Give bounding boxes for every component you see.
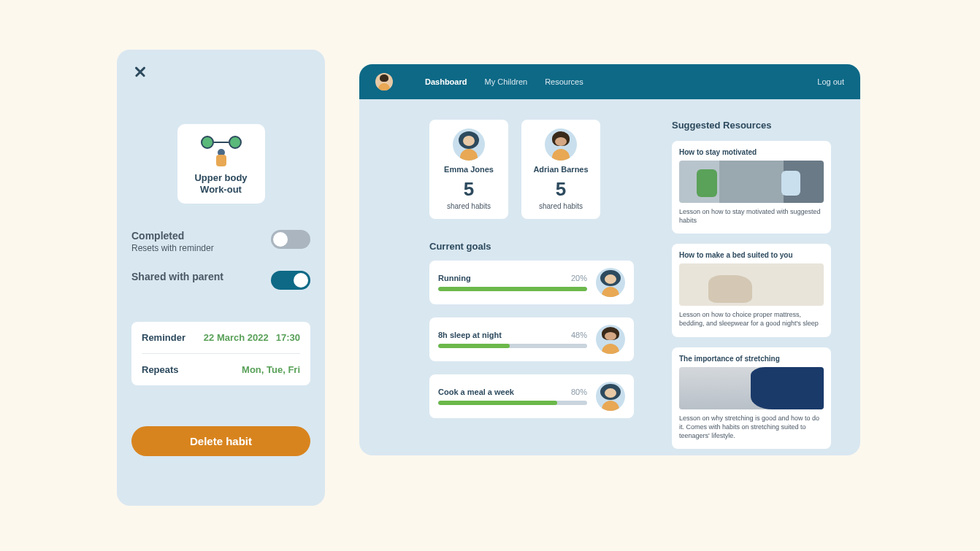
goal-sleep[interactable]: 8h sleep at night 48% xyxy=(429,317,634,361)
child-card-emma[interactable]: Emma Jones 5 shared habits xyxy=(429,120,508,219)
completed-sub: Resets with reminder xyxy=(131,243,214,253)
shared-toggle[interactable] xyxy=(271,271,310,290)
resource-motivated[interactable]: How to stay motivated Lesson on how to s… xyxy=(672,141,831,234)
reminder-date: 22 March 2022 xyxy=(204,332,269,343)
nav-resources[interactable]: Resources xyxy=(545,77,583,86)
nav-dashboard[interactable]: Dashboard xyxy=(425,77,467,86)
resources-title: Suggested Resources xyxy=(672,120,831,131)
topbar: Dashboard My Children Resources Log out xyxy=(359,64,860,99)
current-goals-title: Current goals xyxy=(429,241,634,252)
resource-image xyxy=(679,367,824,409)
goal-cook[interactable]: Cook a meal a week 80% xyxy=(429,374,634,418)
goal-avatar-emma xyxy=(596,268,625,297)
reminder-row[interactable]: Reminder 22 March 2022 17:30 xyxy=(142,322,300,353)
resource-image xyxy=(679,161,824,203)
nav-my-children[interactable]: My Children xyxy=(484,77,527,86)
repeats-value: Mon, Tue, Fri xyxy=(242,364,300,375)
progress-sleep xyxy=(438,344,587,348)
habit-title: Upper body Work-out xyxy=(183,172,259,195)
habit-card: Upper body Work-out xyxy=(177,124,265,204)
completed-toggle[interactable] xyxy=(271,230,310,249)
child-card-adrian[interactable]: Adrian Barnes 5 shared habits xyxy=(521,120,600,219)
workout-illustration xyxy=(198,133,245,168)
reminder-time: 17:30 xyxy=(276,332,300,343)
delete-habit-button[interactable]: Delete habit xyxy=(131,426,310,456)
goal-avatar-emma xyxy=(596,382,625,411)
shared-label: Shared with parent xyxy=(131,271,223,282)
resource-bed[interactable]: How to make a bed suited to you Lesson o… xyxy=(672,244,831,336)
user-avatar[interactable] xyxy=(375,73,393,90)
mobile-habit-panel: Upper body Work-out Completed Resets wit… xyxy=(117,50,325,506)
desktop-dashboard-panel: Dashboard My Children Resources Log out … xyxy=(359,64,860,455)
children-cards: Emma Jones 5 shared habits Adrian Barnes… xyxy=(429,120,634,219)
child-avatar-emma xyxy=(453,128,485,161)
dashboard-content: Emma Jones 5 shared habits Adrian Barnes… xyxy=(359,99,860,455)
resource-image xyxy=(679,263,824,306)
reminder-card: Reminder 22 March 2022 17:30 Repeats Mon… xyxy=(131,322,310,385)
repeats-row[interactable]: Repeats Mon, Tue, Fri xyxy=(142,353,300,385)
shared-setting: Shared with parent xyxy=(131,271,310,290)
child-avatar-adrian xyxy=(545,128,577,161)
logout-link[interactable]: Log out xyxy=(817,77,844,86)
completed-setting: Completed Resets with reminder xyxy=(131,230,310,253)
progress-cook xyxy=(438,401,587,405)
progress-running xyxy=(438,287,587,291)
resource-stretching[interactable]: The importance of stretching Lesson on w… xyxy=(672,347,831,449)
close-icon[interactable] xyxy=(131,63,149,80)
goal-avatar-adrian xyxy=(596,325,625,354)
completed-label: Completed xyxy=(131,230,214,242)
goal-running[interactable]: Running 20% xyxy=(429,261,634,304)
